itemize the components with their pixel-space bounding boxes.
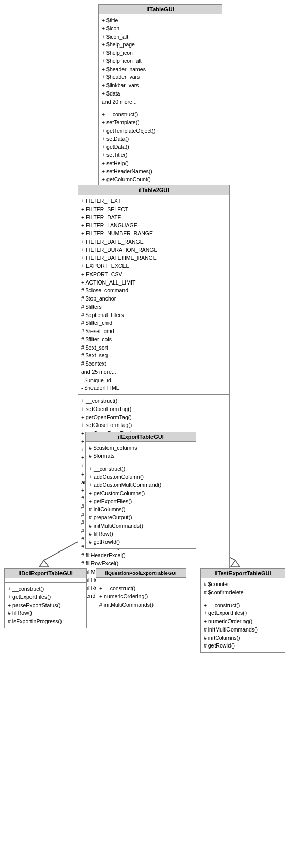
ilExportTableGUI-title: ilExportTableGUI <box>86 432 196 442</box>
ilQuestionPoolExportTableGUI-methods: + __construct() + numericOrdering() # in… <box>96 582 186 611</box>
ilExportTableGUI-fields: # $custom_columns # $formats <box>86 442 196 463</box>
svg-marker-9 <box>231 560 240 567</box>
ilQuestionPoolExportTableGUI-title: ilQuestionPoolExportTableGUI <box>96 569 186 578</box>
ilTestExportTableGUI-box: ilTestExportTableGUI # $counter # $confi… <box>200 568 285 653</box>
ilTableGUI-title: ilTableGUI <box>99 5 222 14</box>
ilQuestionPoolExportTableGUI-box: ilQuestionPoolExportTableGUI + __constru… <box>96 568 186 611</box>
ilDclExportTableGUI-fields <box>5 578 86 583</box>
ilTestExportTableGUI-methods: + __construct() + getExportFiles() + num… <box>201 599 285 653</box>
ilDclExportTableGUI-title: ilDclExportTableGUI <box>5 569 86 578</box>
ilTestExportTableGUI-fields: # $counter # $confirmdelete <box>201 578 285 599</box>
ilQuestionPoolExportTableGUI-fields <box>96 578 186 582</box>
ilTable2GUI-fields: + FILTER_TEXT + FILTER_SELECT + FILTER_D… <box>78 195 229 395</box>
ilExportTableGUI-methods: + __construct() + addCustomColumn() + ad… <box>86 463 196 549</box>
ilExportTableGUI-box: ilExportTableGUI # $custom_columns # $fo… <box>85 432 196 549</box>
ilTable2GUI-title: ilTable2GUI <box>78 185 229 195</box>
ilTableGUI-box: ilTableGUI + $title + $icon + $icon_alt … <box>98 4 222 203</box>
svg-marker-5 <box>39 560 49 567</box>
ilTestExportTableGUI-title: ilTestExportTableGUI <box>201 569 285 578</box>
ilTableGUI-fields: + $title + $icon + $icon_alt + $help_pag… <box>99 14 222 108</box>
ilDclExportTableGUI-box: ilDclExportTableGUI + __construct() + ge… <box>4 568 87 628</box>
ilDclExportTableGUI-methods: + __construct() + getExportFiles() + par… <box>5 583 86 628</box>
